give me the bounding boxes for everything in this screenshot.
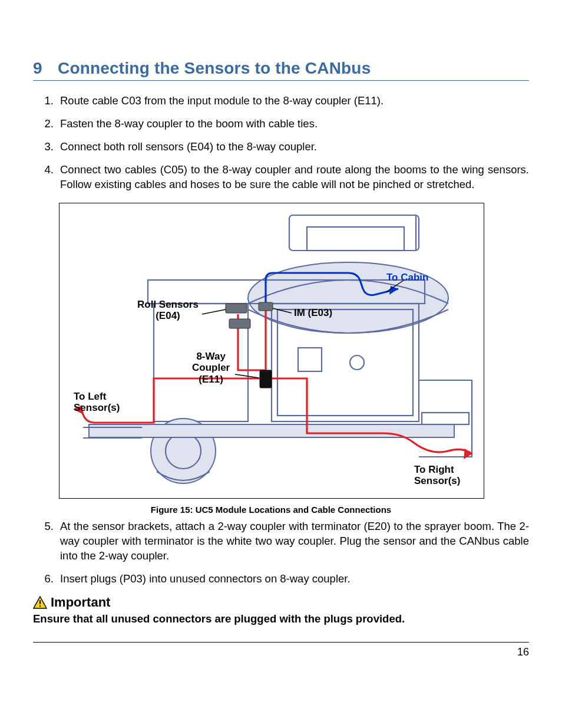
step-5: At the sensor brackets, attach a 2-way c… <box>57 519 529 564</box>
label-to-right: To Right Sensor(s) <box>414 464 460 487</box>
svg-rect-18 <box>229 319 250 328</box>
step-6: Insert plugs (P03) into unused connector… <box>57 572 529 587</box>
svg-rect-19 <box>259 302 273 311</box>
svg-rect-26 <box>39 605 41 607</box>
procedure-steps-continued: At the sensor brackets, attach a 2-way c… <box>44 519 529 587</box>
label-im: IM (E03) <box>294 307 332 319</box>
label-to-left: To Left Sensor(s) <box>74 391 120 414</box>
step-2: Fasten the 8-way coupler to the boom wit… <box>57 117 529 131</box>
important-body: Ensure that all unused connectors are pl… <box>33 612 529 625</box>
diagram-svg <box>59 203 484 498</box>
step-4: Connect two cables (C05) to the 8-way co… <box>57 163 529 192</box>
figure-caption: Figure 15: UC5 Module Locations and Cabl… <box>59 505 483 515</box>
label-coupler: 8-Way Coupler (E11) <box>192 351 230 386</box>
procedure-steps: Route cable C03 from the input module to… <box>44 94 529 192</box>
footer-divider <box>33 642 529 643</box>
section-number: 9 <box>33 59 53 78</box>
svg-line-23 <box>235 374 259 378</box>
page-number: 16 <box>33 646 529 658</box>
svg-line-21 <box>202 309 226 314</box>
section-heading: 9 Connecting the Sensors to the CANbus <box>33 59 529 81</box>
important-label: Important <box>51 595 110 610</box>
label-roll-sensors: Roll Sensors (E04) <box>137 299 199 322</box>
svg-rect-17 <box>226 304 247 313</box>
svg-rect-1 <box>307 227 404 251</box>
figure-wrapper: To Cabin Roll Sensors (E04) IM (E03) 8-W… <box>59 203 483 515</box>
svg-rect-12 <box>422 413 469 424</box>
section-title: Connecting the Sensors to the CANbus <box>58 59 371 77</box>
svg-rect-25 <box>39 600 41 604</box>
warning-icon <box>33 596 47 609</box>
important-heading: Important <box>33 595 529 610</box>
svg-marker-16 <box>464 449 472 459</box>
svg-rect-20 <box>260 370 272 388</box>
step-1: Route cable C03 from the input module to… <box>57 94 529 108</box>
step-3: Connect both roll sensors (E04) to the 8… <box>57 140 529 154</box>
svg-rect-7 <box>298 348 322 371</box>
label-to-cabin: To Cabin <box>386 272 428 284</box>
svg-point-8 <box>350 355 364 370</box>
figure-15: To Cabin Roll Sensors (E04) IM (E03) 8-W… <box>59 203 484 499</box>
svg-rect-0 <box>289 215 419 251</box>
